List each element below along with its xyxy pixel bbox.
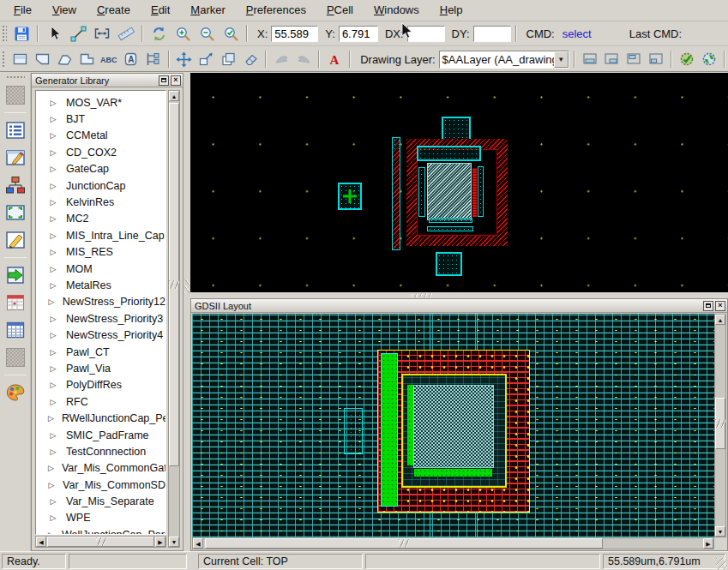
menu-pcell[interactable]: PCell [316, 1, 364, 20]
scroll-left-arrow[interactable]: ◀ [193, 538, 203, 549]
scroll-right-arrow[interactable]: ▶ [155, 537, 165, 547]
tree-item[interactable]: ▷Pawl_Via [36, 360, 165, 376]
vscroll-thumb[interactable] [715, 398, 725, 449]
scroll-up-arrow[interactable]: ▲ [169, 91, 179, 101]
y-input[interactable] [339, 26, 378, 42]
scroll-left-arrow[interactable]: ◀ [36, 537, 46, 547]
move-tool-button[interactable] [174, 49, 195, 69]
edit-window-button[interactable] [3, 145, 28, 171]
tree-item[interactable]: ▷NewStress_Priority4 [36, 327, 165, 343]
flip-h-button[interactable] [271, 49, 292, 69]
library-disabled-button[interactable] [3, 82, 28, 108]
run-check-button[interactable] [677, 49, 697, 69]
tree-item[interactable]: ▷WPE [36, 510, 165, 526]
tree-item[interactable]: ▷PolyDiffRes [36, 377, 165, 393]
select-tool-button[interactable] [43, 23, 65, 44]
tree-item[interactable]: ▷TestConnnection [36, 443, 165, 459]
expander-icon[interactable]: ▷ [48, 297, 55, 306]
align-bottom-button[interactable] [580, 49, 600, 69]
tree-item[interactable]: ▷NewStress_Priority3 [36, 310, 165, 327]
tree-item[interactable]: ▷RWellJunctionCap_Peri [36, 410, 165, 426]
expander-icon[interactable]: ▷ [48, 497, 58, 506]
x-input[interactable] [271, 26, 318, 42]
dx-input[interactable] [407, 26, 445, 42]
fit-view-button[interactable] [3, 200, 28, 225]
measure-tool-button[interactable] [67, 23, 89, 44]
expander-icon[interactable]: ▷ [48, 414, 54, 423]
stretch-edge-tool-button[interactable] [91, 23, 113, 44]
tree-item[interactable]: ▷NewStress_Priority12 [36, 294, 165, 310]
generator-tree-hscrollbar[interactable]: ◀ ▶ [35, 536, 166, 548]
flip-v-button[interactable] [293, 49, 314, 69]
gdsii-canvas[interactable] [192, 314, 714, 537]
tree-item[interactable]: ▷Var_Mis_CommonGate [36, 460, 165, 477]
chevron-down-icon[interactable]: ▼ [554, 51, 569, 68]
tree-item[interactable]: ▷WellJunctionCap_Peri [36, 526, 165, 535]
pin-tool-button[interactable] [143, 49, 164, 69]
layout-canvas[interactable] [190, 73, 728, 292]
generator-library-titlebar[interactable]: Generator Library × [32, 74, 183, 87]
tree-item[interactable]: ▷CD_COX2 [36, 144, 165, 160]
zoom-out-button[interactable] [196, 23, 218, 44]
hierarchy-button[interactable] [3, 172, 28, 198]
expander-icon[interactable]: ▷ [48, 364, 58, 373]
expander-icon[interactable]: ▷ [48, 381, 58, 389]
expander-icon[interactable]: ▷ [48, 431, 58, 440]
expander-icon[interactable]: ▷ [48, 531, 54, 535]
expander-icon[interactable]: ▷ [48, 481, 55, 489]
calendar-button[interactable] [3, 290, 28, 315]
vertical-splitter[interactable] [184, 73, 190, 551]
expander-icon[interactable]: ▷ [48, 315, 58, 323]
expander-icon[interactable]: ▷ [48, 265, 58, 273]
scroll-right-arrow[interactable]: ▶ [703, 538, 713, 549]
menu-windows[interactable]: Windows [364, 1, 430, 20]
expander-icon[interactable]: ▷ [48, 165, 58, 173]
menu-view[interactable]: View [42, 1, 87, 20]
tree-item[interactable]: ▷MIS_RES [36, 244, 165, 261]
tree-item[interactable]: ▷RFC [36, 393, 165, 410]
expander-icon[interactable]: ▷ [48, 281, 58, 290]
gdsii-hscrollbar[interactable]: ◀ ▶ [192, 537, 714, 549]
hscroll-thumb[interactable] [47, 537, 154, 547]
text-tool-button[interactable]: A [324, 49, 345, 69]
instance-tool-button[interactable]: A [121, 49, 141, 69]
restore-button[interactable] [703, 301, 713, 311]
path-tool-button[interactable] [54, 49, 75, 69]
tree-item[interactable]: ▷MOS_VAR* [36, 94, 165, 111]
expander-icon[interactable]: ▷ [48, 231, 58, 240]
toolbar-drag-handle[interactable] [6, 75, 25, 80]
expander-icon[interactable]: ▷ [48, 348, 58, 357]
align-right-button[interactable] [602, 49, 623, 69]
align-left-button[interactable] [646, 49, 666, 69]
toolbar-drag-handle[interactable] [1, 24, 7, 43]
import-button[interactable] [3, 262, 28, 288]
expander-icon[interactable]: ▷ [48, 331, 58, 339]
drawing-layer-combobox[interactable]: $AALayer (AA_drawing ▼ [439, 51, 569, 69]
label-tool-button[interactable]: ABC [99, 49, 119, 69]
rect-tool-button[interactable] [9, 49, 30, 69]
zoom-select-button[interactable] [220, 23, 242, 44]
tree-item[interactable]: ▷BJT [36, 111, 165, 127]
menu-marker[interactable]: Marker [180, 1, 235, 20]
tree-item[interactable]: ▷Pawl_CT [36, 344, 165, 360]
scroll-down-arrow[interactable]: ▼ [715, 526, 725, 537]
expander-icon[interactable]: ▷ [48, 248, 58, 256]
hscroll-thumb[interactable] [205, 538, 603, 549]
tree-item[interactable]: ▷GateCap [36, 161, 165, 177]
tree-item[interactable]: ▷SMIC_PadFrame [36, 427, 165, 443]
menu-edit[interactable]: Edit [141, 1, 180, 20]
expander-icon[interactable]: ▷ [48, 131, 58, 140]
display-disabled-button[interactable] [3, 345, 28, 370]
close-button[interactable]: × [171, 75, 181, 86]
expander-icon[interactable]: ▷ [48, 99, 58, 107]
property-list-button[interactable] [3, 117, 28, 143]
save-button[interactable] [10, 23, 33, 44]
tree-item[interactable]: ▷CCMetal [36, 128, 165, 144]
expander-icon[interactable]: ▷ [48, 214, 58, 223]
tree-item[interactable]: ▷MetalRes [36, 277, 165, 293]
stretch-tool-button[interactable] [196, 49, 217, 69]
generator-tree-vscrollbar[interactable]: ▲ ▼ [168, 90, 180, 548]
menu-help[interactable]: Help [430, 1, 473, 20]
draw-pencil-button[interactable] [3, 227, 28, 253]
cmd-value[interactable]: select [563, 27, 592, 40]
